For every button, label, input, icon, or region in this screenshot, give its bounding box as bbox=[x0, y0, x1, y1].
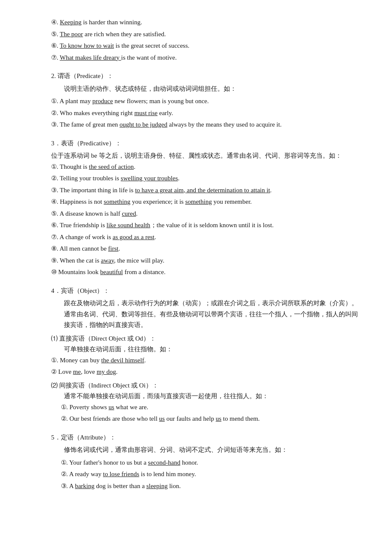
underlined-text: the seed of action bbox=[89, 163, 134, 170]
underlined-text: cured bbox=[122, 210, 136, 217]
list-item: ⑦. A change of work is as good as a rest… bbox=[51, 232, 358, 243]
item-num: ⑩ Mountains look bbox=[51, 269, 100, 275]
underlined-text: second-hand bbox=[148, 459, 180, 466]
item-num: ④. bbox=[51, 19, 60, 26]
item-text: you experience; it is bbox=[130, 198, 185, 205]
subsection-description: 可单独接在动词后面，往往指物。如： bbox=[64, 344, 358, 355]
item-num: ①. A plant may bbox=[51, 98, 92, 104]
section-description: 跟在及物动词之后，表示动作行为的对象（动宾）；或跟在介词之后，表示介词所联系的对… bbox=[64, 298, 358, 331]
underlined-text: ought to be judged bbox=[120, 121, 167, 128]
item-num: ⑥. True friendship is bbox=[51, 222, 107, 228]
list-item: ②. Telling your troubles is swelling you… bbox=[51, 173, 358, 184]
item-num: ①. Thought is bbox=[51, 163, 89, 170]
item-text: . bbox=[134, 163, 135, 170]
item-num: ⑦. A change of work is bbox=[51, 234, 112, 240]
item-num: ③. The important thing in life is bbox=[51, 187, 135, 194]
underlined-text: The poor bbox=[60, 31, 83, 38]
item-num: ⑥. bbox=[51, 42, 60, 49]
underlined-text: To know how to wait bbox=[60, 42, 114, 49]
item-text-2: to mend them. bbox=[222, 415, 260, 422]
list-item: ③. The important thing in life is to hav… bbox=[51, 185, 358, 196]
section-predicative: 3．表语（Predicative）： 位于连系动词 be 等之后，说明主语身份、… bbox=[51, 138, 358, 278]
underlined-text: Keeping bbox=[60, 19, 82, 26]
item-text: from a distance. bbox=[123, 269, 165, 275]
section-object: 4．宾语（Object）： 跟在及物动词之后，表示动作行为的对象（动宾）；或跟在… bbox=[51, 286, 358, 425]
item-num: ①. Money can buy bbox=[51, 357, 101, 364]
list-item: ⑩ Mountains look beautiful from a distan… bbox=[51, 267, 358, 278]
section-title: 5．定语（Attribute）： bbox=[51, 432, 358, 443]
item-text: honor. bbox=[180, 459, 198, 466]
list-item: ⑤. A disease known is half cured. bbox=[51, 208, 358, 220]
item-num: ③. The fame of great men bbox=[51, 121, 120, 128]
item-text: . bbox=[178, 175, 180, 182]
item-text: . bbox=[118, 245, 120, 252]
list-item: ①. Money can buy the devil himself. bbox=[51, 355, 358, 366]
item-text: what we are. bbox=[114, 404, 148, 410]
underlined-text: us bbox=[109, 404, 114, 410]
underlined-text: like sound health bbox=[107, 222, 150, 228]
item-text: , love bbox=[81, 368, 97, 375]
item-num: ④. Happiness is not bbox=[51, 198, 104, 205]
list-item: ①. Thought is the seed of action. bbox=[51, 162, 358, 173]
subsection-indirect-object: ⑵ 间接宾语（Indirect Object 或 Oi）： 通常不能单独接在动词… bbox=[51, 380, 358, 425]
underlined-text-2: something bbox=[185, 198, 212, 205]
subsection-title: ⑵ 间接宾语（Indirect Object 或 Oi）： bbox=[51, 380, 358, 391]
section-predicate: 2. 谓语（Predicate）： 说明主语的动作、状态或特征，由动词或动词词组… bbox=[51, 71, 358, 130]
item-num: ⑨. When the cat is bbox=[51, 257, 101, 264]
item-num: ①. Poverty shows bbox=[61, 404, 109, 410]
item-text: our faults and help bbox=[165, 415, 216, 422]
item-num: ⑧. All men cannot be bbox=[51, 245, 108, 252]
underlined-text-2: us bbox=[216, 415, 221, 422]
item-num: ②. A ready way bbox=[61, 471, 103, 477]
list-item: ④. Keeping is harder than winning. bbox=[51, 17, 358, 28]
item-num: ⑦. bbox=[51, 54, 60, 61]
item-text: , the mice will play. bbox=[114, 257, 164, 264]
subsection-description: 通常不能单独接在动词后面，而须与直接宾语一起使用，往往指人。如： bbox=[64, 391, 358, 402]
underlined-text: us bbox=[159, 415, 164, 422]
underlined-text: to have a great aim, and the determinati… bbox=[135, 187, 270, 194]
item-num: ③. A bbox=[61, 483, 75, 489]
list-item: ② Love me, love my dog. bbox=[51, 367, 358, 378]
item-num: ⑤. bbox=[51, 31, 60, 38]
item-text-2: . bbox=[116, 368, 118, 375]
item-text: ；the value of it is seldom known until i… bbox=[150, 222, 274, 228]
underlined-text: What makes life dreary bbox=[60, 54, 121, 61]
list-item: ④. Happiness is not something you experi… bbox=[51, 197, 358, 208]
item-text: is the want of motive. bbox=[121, 54, 176, 61]
list-item: ⑦. What makes life dreary is the want of… bbox=[51, 52, 358, 64]
list-item: ②. Who makes everything right must rise … bbox=[51, 108, 358, 119]
subsection-title: ⑴ 直接宾语（Direct Object 或 Od）： bbox=[51, 333, 358, 344]
subsection-direct-object: ⑴ 直接宾语（Direct Object 或 Od）： 可单独接在动词后面，往往… bbox=[51, 333, 358, 378]
underlined-text: to lose friends bbox=[103, 471, 139, 477]
item-num: ② Love bbox=[51, 368, 73, 375]
underlined-text: me bbox=[73, 368, 81, 375]
item-num: ⑤. A disease known is half bbox=[51, 210, 122, 217]
section-title: 4．宾语（Object）： bbox=[51, 286, 358, 297]
item-text: . bbox=[144, 357, 146, 364]
item-num: ②. Who makes everything right bbox=[51, 110, 134, 116]
list-item: ②. A ready way to lose friends is to len… bbox=[61, 469, 358, 480]
item-text: new flowers; man is young but once. bbox=[113, 98, 209, 104]
underlined-text: swelling your troubles bbox=[121, 175, 178, 182]
item-text: always by the means they used to acquire… bbox=[167, 121, 282, 128]
section-attribute: 5．定语（Attribute）： 修饰名词或代词，通常由形容词、分词、动词不定式… bbox=[51, 432, 358, 492]
item-text: . bbox=[270, 187, 272, 194]
list-item: ②. Our best friends are those who tell u… bbox=[61, 413, 358, 425]
underlined-text: first bbox=[108, 245, 118, 252]
underlined-text-2: my dog bbox=[97, 368, 116, 375]
item-num: ①. Your father's honor to us but a bbox=[61, 459, 148, 466]
section-description: 修饰名词或代词，通常由形容词、分词、动词不定式、介词短语等来充当。如： bbox=[64, 445, 358, 456]
underlined-text: something bbox=[104, 198, 130, 205]
item-text: is the great secret of success. bbox=[114, 42, 190, 49]
item-text: are rich when they are satisfied. bbox=[83, 31, 166, 38]
underlined-text: produce bbox=[92, 98, 113, 104]
underlined-text: beautiful bbox=[100, 269, 123, 275]
section-description: 说明主语的动作、状态或特征，由动词或动词词组担任。如： bbox=[64, 84, 358, 95]
document-content: ④. Keeping is harder than winning. ⑤. Th… bbox=[51, 17, 358, 491]
underlined-text: the devil himself bbox=[101, 357, 144, 364]
item-text-2: you remember. bbox=[212, 198, 252, 205]
list-item: ③. The fame of great men ought to be jud… bbox=[51, 119, 358, 130]
item-num: ②. Telling your troubles is bbox=[51, 175, 121, 182]
item-num: ②. Our best friends are those who tell bbox=[61, 415, 159, 422]
list-item: ⑥. To know how to wait is the great secr… bbox=[51, 40, 358, 52]
